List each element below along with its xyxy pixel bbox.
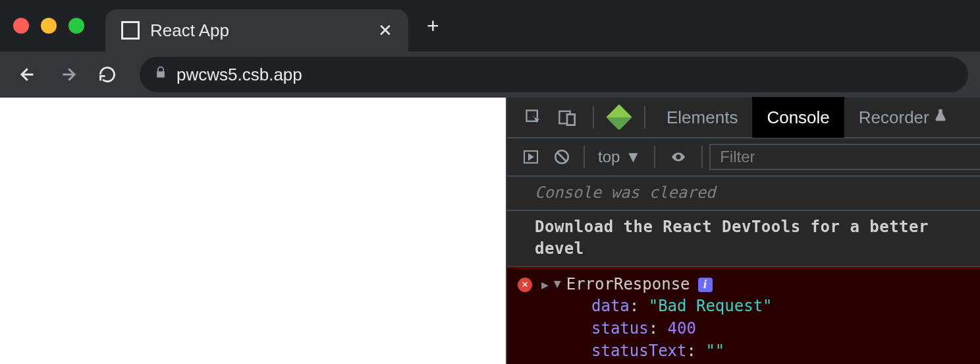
browser-titlebar: React App ✕ + bbox=[0, 0, 980, 51]
devtools-panel: Elements Console Recorder top ▼ bbox=[506, 98, 980, 364]
error-icon: ✕ bbox=[518, 278, 532, 292]
error-prop: statusText: "" bbox=[518, 340, 969, 363]
error-prop: data: "Bad Request" bbox=[518, 295, 969, 318]
browser-toolbar: pwcws5.csb.app bbox=[0, 51, 980, 98]
console-message: Console was cleared bbox=[507, 177, 980, 211]
window-minimize-button[interactable] bbox=[41, 18, 57, 34]
console-toolbar: top ▼ bbox=[507, 138, 980, 177]
expand-caret-icon[interactable]: ▼ bbox=[554, 275, 561, 291]
console-output: Console was cleared Download the React D… bbox=[507, 177, 980, 364]
beaker-icon bbox=[933, 107, 948, 128]
console-error: ✕ ▶ ▼ ErrorResponse i data: "Bad Request… bbox=[507, 267, 980, 364]
nodejs-icon[interactable] bbox=[610, 108, 628, 127]
forward-button[interactable] bbox=[51, 58, 84, 91]
window-fullscreen-button[interactable] bbox=[68, 18, 84, 34]
sidebar-toggle-icon[interactable] bbox=[515, 149, 547, 165]
close-tab-button[interactable]: ✕ bbox=[378, 20, 393, 41]
back-button[interactable] bbox=[12, 58, 45, 91]
window-controls bbox=[13, 18, 84, 34]
new-tab-button[interactable]: + bbox=[427, 14, 439, 38]
expand-caret-icon[interactable]: ▶ bbox=[541, 276, 549, 293]
viewport-split: Elements Console Recorder top ▼ bbox=[0, 98, 980, 364]
lock-icon bbox=[154, 65, 167, 84]
tab-title: React App bbox=[150, 20, 368, 41]
devtools-tab-console[interactable]: Console bbox=[752, 97, 844, 138]
live-expression-icon[interactable] bbox=[662, 150, 695, 164]
error-typename: ErrorResponse bbox=[566, 274, 690, 296]
clear-console-icon[interactable] bbox=[547, 148, 577, 166]
console-message: Download the React DevTools for a better… bbox=[507, 211, 980, 267]
devtools-tabbar: Elements Console Recorder bbox=[507, 98, 980, 138]
browser-tab[interactable]: React App ✕ bbox=[105, 9, 408, 51]
address-url: pwcws5.csb.app bbox=[177, 65, 302, 85]
info-icon[interactable]: i bbox=[698, 278, 713, 292]
tab-favicon bbox=[121, 21, 140, 40]
context-selector[interactable]: top ▼ bbox=[591, 148, 647, 166]
console-filter-input[interactable] bbox=[709, 144, 980, 170]
inspect-element-icon[interactable] bbox=[524, 108, 543, 127]
device-toolbar-icon[interactable] bbox=[557, 108, 577, 127]
webpage-content bbox=[0, 98, 506, 364]
chevron-down-icon: ▼ bbox=[625, 148, 641, 166]
devtools-tab-recorder[interactable]: Recorder bbox=[844, 97, 962, 138]
svg-rect-2 bbox=[567, 114, 575, 125]
window-close-button[interactable] bbox=[13, 18, 29, 34]
error-prop: status: 400 bbox=[518, 318, 969, 340]
address-bar[interactable]: pwcws5.csb.app bbox=[140, 57, 968, 92]
devtools-tab-elements[interactable]: Elements bbox=[652, 97, 752, 138]
reload-button[interactable] bbox=[91, 58, 124, 91]
